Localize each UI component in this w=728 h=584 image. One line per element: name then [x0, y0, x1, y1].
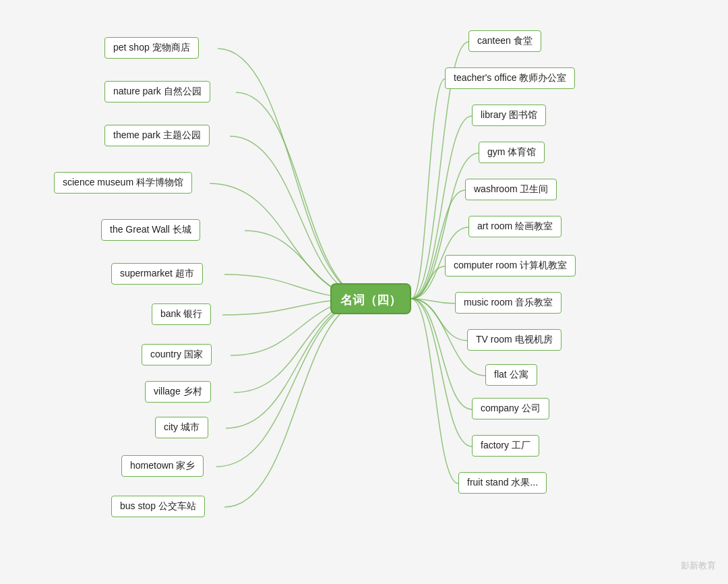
leaf-node-library: library 图书馆 [472, 105, 546, 126]
watermark: 影新教育 [681, 560, 716, 572]
leaf-node-factory: factory 工厂 [472, 435, 539, 457]
mind-map: 名词（四） pet shop 宠物商店nature park 自然公园theme… [0, 0, 728, 584]
leaf-node-theme-park: theme park 主题公园 [104, 125, 210, 146]
leaf-node-art-room: art room 绘画教室 [468, 216, 562, 237]
leaf-node-village: village 乡村 [145, 381, 211, 403]
leaf-node-supermarket: supermarket 超市 [111, 263, 203, 285]
leaf-node-nature-park: nature park 自然公园 [104, 81, 210, 103]
leaf-node-music-room: music room 音乐教室 [455, 292, 562, 314]
leaf-node-company: company 公司 [472, 398, 549, 419]
leaf-node-fruit-stand: fruit stand 水果... [458, 472, 547, 494]
leaf-node-hometown: hometown 家乡 [121, 455, 204, 477]
leaf-node-pet-shop: pet shop 宠物商店 [104, 37, 199, 59]
leaf-node-tv-room: TV room 电视机房 [467, 329, 562, 351]
leaf-node-washroom: washroom 卫生间 [465, 179, 557, 200]
leaf-node-bank: bank 银行 [152, 303, 211, 325]
leaf-node-computer-room: computer room 计算机教室 [445, 255, 576, 276]
leaf-node-teachers-office: teacher's office 教师办公室 [445, 67, 575, 89]
center-node: 名词（四） [330, 283, 411, 314]
leaf-node-bus-stop: bus stop 公交车站 [111, 496, 205, 517]
leaf-node-great-wall: the Great Wall 长城 [101, 219, 200, 241]
leaf-node-gym: gym 体育馆 [479, 142, 545, 163]
leaf-node-canteen: canteen 食堂 [468, 30, 541, 52]
leaf-node-city: city 城市 [155, 417, 208, 438]
leaf-node-science-museum: science museum 科学博物馆 [54, 172, 192, 194]
leaf-node-flat: flat 公寓 [485, 364, 537, 386]
leaf-node-country: country 国家 [142, 344, 212, 366]
